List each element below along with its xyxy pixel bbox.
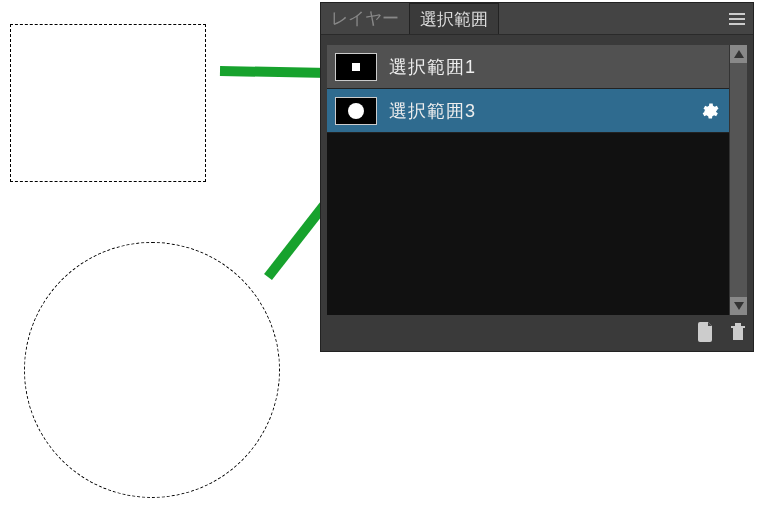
svg-rect-1 [729, 18, 745, 20]
circle-shape-icon [348, 103, 364, 119]
panel-menu-button[interactable] [729, 3, 745, 34]
trash-icon [729, 322, 747, 342]
selection-list: 選択範囲1 選択範囲3 [327, 45, 729, 315]
circle-selection-marquee [24, 242, 280, 498]
svg-marker-4 [734, 302, 744, 310]
selection-panel: レイヤー 選択範囲 選択範囲1 選択範囲3 [320, 2, 754, 352]
panel-tab-bar: レイヤー 選択範囲 [321, 3, 753, 35]
new-selection-icon [697, 322, 715, 342]
selection-row[interactable]: 選択範囲1 [327, 45, 729, 89]
svg-rect-7 [735, 323, 741, 326]
svg-rect-0 [729, 13, 745, 15]
selection-thumbnail [335, 53, 377, 81]
svg-rect-2 [729, 23, 745, 25]
square-selection-marquee [10, 24, 206, 182]
panel-scrollbar[interactable] [729, 45, 747, 315]
selection-thumbnail [335, 97, 377, 125]
square-shape-icon [352, 63, 360, 71]
scroll-down-button[interactable] [730, 297, 747, 315]
gear-icon [699, 101, 719, 121]
selection-row-active[interactable]: 選択範囲3 [327, 89, 729, 133]
scroll-down-icon [734, 302, 744, 310]
scroll-up-button[interactable] [730, 45, 747, 63]
delete-selection-button[interactable] [729, 322, 747, 342]
svg-marker-3 [734, 50, 744, 58]
scroll-up-icon [734, 50, 744, 58]
selection-label: 選択範囲3 [389, 99, 476, 123]
selection-label: 選択範囲1 [389, 55, 476, 79]
svg-rect-5 [731, 326, 745, 328]
menu-icon [729, 13, 745, 25]
new-selection-button[interactable] [697, 322, 715, 342]
selection-settings-button[interactable] [699, 101, 719, 121]
tab-layers[interactable]: レイヤー [321, 3, 409, 34]
panel-body: 選択範囲1 選択範囲3 [321, 35, 753, 351]
svg-rect-6 [733, 328, 743, 340]
tab-selection[interactable]: 選択範囲 [409, 3, 499, 34]
panel-footer [697, 319, 747, 345]
